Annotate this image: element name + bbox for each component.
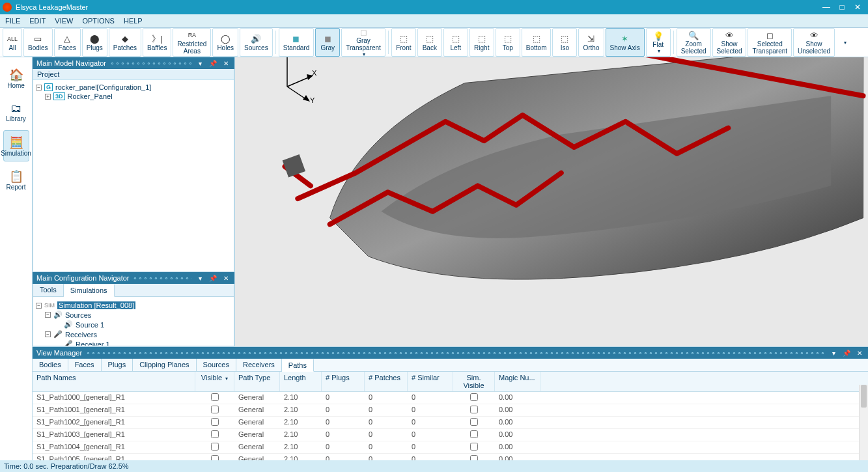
ribbon-back[interactable]: ⬚Back [417, 28, 442, 57]
table-scrollbar[interactable] [859, 385, 868, 460]
ribbon-restricted[interactable]: RARestricted Areas [173, 28, 211, 57]
menu-edit[interactable]: EDIT [29, 17, 46, 25]
menu-options[interactable]: OPTIONS [82, 17, 115, 25]
table-row[interactable]: S1_Path1005_[general]_R1General2.100000.… [33, 454, 868, 460]
tree-source-1[interactable]: 🔊Source 1 [36, 320, 231, 329]
vm-tab-clipping[interactable]: Clipping Planes [133, 359, 196, 371]
col-length[interactable]: Length [280, 372, 322, 391]
ribbon-left[interactable]: ⬚Left [443, 28, 468, 57]
ribbon-baffles[interactable]: 》|Baffles [143, 28, 171, 57]
ribbon-show-unselected[interactable]: 👁Show Unselected [793, 28, 835, 57]
vm-tab-paths[interactable]: Paths [282, 359, 314, 372]
col-plugs[interactable]: # Plugs [322, 372, 365, 391]
ribbon-front[interactable]: ⬚Front [391, 28, 416, 57]
tree-root[interactable]: −Grocker_panel[Configuration_1] [36, 83, 231, 92]
cell-visible[interactable] [195, 417, 234, 428]
project-header[interactable]: Project [33, 69, 234, 80]
config-navigator-header[interactable]: Main Configuration Navigator ∘∘∘∘∘∘∘∘∘∘∘… [33, 272, 234, 284]
cell-visible[interactable] [195, 404, 234, 416]
ribbon-show-selected[interactable]: 👁Show Selected [712, 28, 747, 57]
ribbon-bodies[interactable]: ▭Bodies [23, 28, 53, 57]
simvisible-checkbox[interactable] [470, 406, 478, 413]
col-path-type[interactable]: Path Type [234, 372, 280, 391]
tab-simulations[interactable]: Simulations [64, 285, 115, 297]
ribbon-plugs[interactable]: ⬤Plugs [82, 28, 107, 57]
simvisible-checkbox[interactable] [470, 418, 478, 426]
ribbon-show-axis[interactable]: ✶Show Axis [606, 28, 645, 57]
panel-dropdown-icon[interactable]: ▾ [829, 350, 838, 357]
ribbon-ortho[interactable]: ⇲Ortho [578, 28, 604, 57]
ribbon-selected-transparent[interactable]: ◻Selected Transparent [748, 28, 792, 57]
menu-help[interactable]: HELP [124, 17, 143, 25]
vm-tab-receivers[interactable]: Receivers [236, 359, 282, 371]
tree-sources[interactable]: −🔊Sources [36, 310, 231, 320]
col-magic[interactable]: Magic Nu... [495, 372, 540, 391]
panel-close-icon[interactable]: ✕ [855, 350, 864, 357]
cell-visible[interactable] [195, 392, 234, 404]
ribbon-gray[interactable]: ◼Gray [315, 28, 340, 57]
panel-pin-icon[interactable]: 📌 [208, 275, 217, 282]
ribbon-patches[interactable]: ◆Patches [109, 28, 141, 57]
viewport-3d[interactable]: Z X Y [234, 57, 868, 346]
cell-visible[interactable] [195, 441, 234, 453]
ribbon-zoom-selected[interactable]: 🔍Zoom Selected [677, 28, 711, 57]
col-visible[interactable]: Visible ▾ [195, 372, 234, 391]
vm-tab-bodies[interactable]: Bodies [33, 359, 68, 371]
nav-report[interactable]: 📋Report [3, 164, 29, 195]
close-button[interactable]: ✕ [850, 2, 865, 12]
visible-checkbox[interactable] [211, 406, 219, 413]
collapse-icon[interactable]: − [36, 85, 42, 90]
cell-visible[interactable] [195, 429, 234, 441]
panel-dropdown-icon[interactable]: ▾ [195, 60, 204, 67]
panel-dropdown-icon[interactable]: ▾ [195, 275, 204, 282]
visible-checkbox[interactable] [211, 455, 219, 460]
cell-sim-visible[interactable] [453, 454, 495, 460]
maximize-button[interactable]: □ [834, 2, 850, 12]
visible-checkbox[interactable] [211, 443, 219, 451]
visible-checkbox[interactable] [211, 418, 219, 426]
cell-sim-visible[interactable] [453, 404, 495, 416]
panel-close-icon[interactable]: ✕ [221, 60, 231, 67]
nav-simulation[interactable]: 🧮Simulation [3, 130, 29, 161]
collapse-icon[interactable]: − [36, 303, 42, 309]
simvisible-checkbox[interactable] [470, 443, 478, 451]
cell-sim-visible[interactable] [453, 441, 495, 453]
tree-receiver-1[interactable]: 🎤Receiver 1 [36, 339, 231, 346]
cell-sim-visible[interactable] [453, 417, 495, 428]
tree-simulation[interactable]: −SIMSimulation [Result_008] [36, 301, 231, 310]
ribbon-flat[interactable]: 💡Flat▾ [646, 28, 671, 57]
visible-checkbox[interactable] [211, 393, 219, 401]
panel-close-icon[interactable]: ✕ [221, 275, 231, 282]
ribbon-all[interactable]: ALLAll [3, 28, 22, 57]
tree-child[interactable]: +3DRocker_Panel [36, 92, 231, 101]
tab-tools[interactable]: Tools [33, 284, 64, 296]
col-similar[interactable]: # Similar [408, 372, 453, 391]
simvisible-checkbox[interactable] [470, 393, 478, 401]
nav-home[interactable]: 🏠Home [3, 62, 29, 94]
visible-checkbox[interactable] [211, 430, 219, 438]
menu-file[interactable]: FILE [5, 17, 20, 25]
simvisible-checkbox[interactable] [470, 430, 478, 438]
panel-pin-icon[interactable]: 📌 [208, 60, 217, 67]
collapse-icon[interactable]: − [45, 312, 51, 318]
table-row[interactable]: S1_Path1003_[general]_R1General2.100000.… [33, 429, 868, 441]
ribbon-standard[interactable]: ◼Standard [279, 28, 315, 57]
panel-pin-icon[interactable]: 📌 [842, 350, 851, 357]
ribbon-holes[interactable]: ◯Holes [212, 28, 238, 57]
col-path-names[interactable]: Path Names [33, 372, 195, 391]
collapse-icon[interactable]: − [45, 331, 51, 337]
ribbon-sources[interactable]: 🔊Sources [240, 28, 273, 57]
table-row[interactable]: S1_Path1002_[general]_R1General2.100000.… [33, 417, 868, 429]
vm-tab-plugs[interactable]: Plugs [102, 359, 133, 371]
tree-receivers[interactable]: −🎤Receivers [36, 329, 231, 339]
expand-icon[interactable]: + [45, 94, 51, 100]
cell-sim-visible[interactable] [453, 429, 495, 441]
table-row[interactable]: S1_Path1001_[general]_R1General2.100000.… [33, 404, 868, 417]
vm-tab-sources[interactable]: Sources [197, 359, 236, 371]
cell-visible[interactable] [195, 454, 234, 460]
ribbon-iso[interactable]: ⬚Iso [552, 28, 577, 57]
view-manager-header[interactable]: View Manager ∘∘∘∘∘∘∘∘∘∘∘∘∘∘∘∘∘∘∘∘∘∘∘∘∘∘∘… [33, 347, 868, 359]
col-patches[interactable]: # Patches [365, 372, 408, 391]
menu-view[interactable]: VIEW [55, 17, 73, 25]
ribbon-gray-transparent[interactable]: ◻Gray Transparent▾ [341, 28, 385, 57]
